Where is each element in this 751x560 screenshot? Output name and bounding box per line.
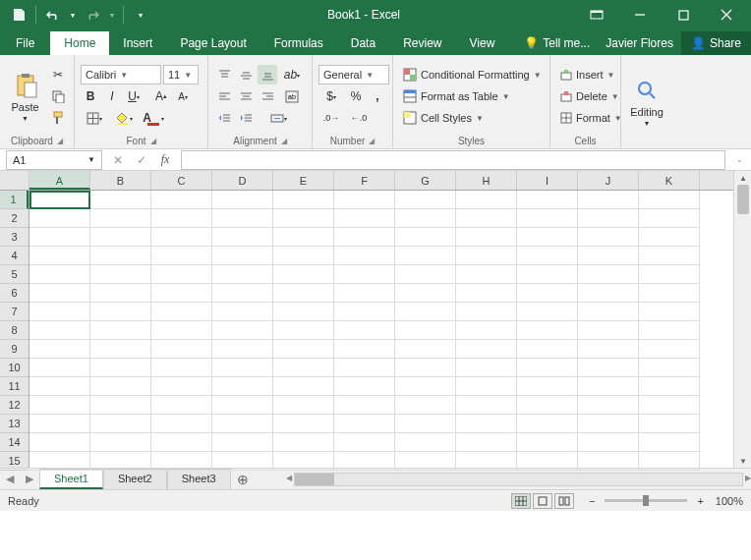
tab-home[interactable]: Home (50, 31, 109, 55)
cell-G2[interactable] (395, 209, 456, 228)
cell-H13[interactable] (456, 415, 517, 433)
cell-I10[interactable] (517, 359, 578, 377)
cell-E9[interactable] (273, 340, 334, 359)
borders-button[interactable]: ▾ (81, 108, 108, 128)
tab-data[interactable]: Data (337, 31, 389, 55)
cell-D6[interactable] (212, 284, 273, 303)
qat-customize-icon[interactable]: ▾ (130, 4, 151, 26)
align-right-button[interactable] (258, 86, 277, 106)
cell-G4[interactable] (395, 247, 456, 265)
cell-F13[interactable] (334, 415, 395, 433)
cell-H14[interactable] (456, 433, 517, 452)
ribbon-options-icon[interactable] (576, 0, 617, 29)
cell-B10[interactable] (90, 359, 151, 377)
cell-I8[interactable] (517, 321, 578, 340)
column-header-I[interactable]: I (517, 171, 578, 190)
align-bottom-button[interactable] (258, 65, 277, 84)
column-header-F[interactable]: F (334, 171, 395, 190)
cell-C12[interactable] (151, 396, 212, 415)
increase-indent-button[interactable] (236, 108, 256, 128)
cell-D14[interactable] (212, 433, 273, 452)
italic-button[interactable]: I (102, 86, 122, 106)
cell-F2[interactable] (334, 209, 395, 228)
cell-D10[interactable] (212, 359, 273, 377)
cell-C4[interactable] (151, 247, 212, 265)
cell-D2[interactable] (212, 209, 273, 228)
cell-C10[interactable] (151, 359, 212, 377)
cell-A5[interactable] (29, 265, 90, 284)
merge-center-button[interactable]: ▾ (258, 108, 299, 128)
cancel-formula-button[interactable]: ✕ (106, 150, 130, 170)
cell-B8[interactable] (90, 321, 151, 340)
share-button[interactable]: 👤Share (681, 31, 751, 55)
cell-I6[interactable] (517, 284, 578, 303)
cell-C9[interactable] (151, 340, 212, 359)
cell-D12[interactable] (212, 396, 273, 415)
cell-A11[interactable] (29, 377, 90, 396)
cell-I11[interactable] (517, 377, 578, 396)
cell-A15[interactable] (29, 452, 90, 471)
cell-F14[interactable] (334, 433, 395, 452)
cell-J7[interactable] (578, 303, 639, 321)
column-header-D[interactable]: D (212, 171, 273, 190)
cell-C7[interactable] (151, 303, 212, 321)
cell-K10[interactable] (639, 359, 700, 377)
tab-formulas[interactable]: Formulas (260, 31, 337, 55)
bold-button[interactable]: B (81, 86, 100, 106)
cell-A10[interactable] (29, 359, 90, 377)
cell-D8[interactable] (212, 321, 273, 340)
alignment-launcher[interactable]: ◢ (281, 137, 287, 145)
cell-G13[interactable] (395, 415, 456, 433)
column-header-E[interactable]: E (273, 171, 334, 190)
row-header-13[interactable]: 13 (0, 415, 29, 433)
cell-J5[interactable] (578, 265, 639, 284)
cell-B2[interactable] (90, 209, 151, 228)
cell-I7[interactable] (517, 303, 578, 321)
cell-A12[interactable] (29, 396, 90, 415)
cell-I1[interactable] (517, 191, 578, 209)
cell-B6[interactable] (90, 284, 151, 303)
accounting-format-button[interactable]: $▾ (318, 86, 344, 106)
name-box[interactable]: A1▼ (6, 150, 102, 170)
scroll-right-icon[interactable]: ▶ (738, 474, 751, 482)
column-header-J[interactable]: J (578, 171, 639, 190)
cell-C15[interactable] (151, 452, 212, 471)
align-left-button[interactable] (214, 86, 234, 106)
cell-F3[interactable] (334, 228, 395, 247)
cell-H7[interactable] (456, 303, 517, 321)
undo-dropdown-icon[interactable]: ▼ (68, 4, 78, 26)
cell-I4[interactable] (517, 247, 578, 265)
cell-C5[interactable] (151, 265, 212, 284)
cell-A2[interactable] (29, 209, 90, 228)
formula-input[interactable] (181, 150, 725, 170)
zoom-in-button[interactable]: + (693, 495, 707, 507)
cell-J12[interactable] (578, 396, 639, 415)
maximize-icon[interactable] (663, 0, 704, 29)
cell-H2[interactable] (456, 209, 517, 228)
cell-J11[interactable] (578, 377, 639, 396)
cell-G3[interactable] (395, 228, 456, 247)
row-header-1[interactable]: 1 (0, 191, 29, 209)
cell-J10[interactable] (578, 359, 639, 377)
cell-F15[interactable] (334, 452, 395, 471)
font-launcher[interactable]: ◢ (150, 137, 156, 145)
scroll-up-icon[interactable]: ▲ (734, 171, 751, 185)
cell-B14[interactable] (90, 433, 151, 452)
scroll-down-icon[interactable]: ▼ (734, 454, 751, 468)
cell-G15[interactable] (395, 452, 456, 471)
row-header-11[interactable]: 11 (0, 377, 29, 396)
cell-F11[interactable] (334, 377, 395, 396)
format-cells-button[interactable]: Format▼ (556, 108, 626, 128)
cell-K9[interactable] (639, 340, 700, 359)
cell-G5[interactable] (395, 265, 456, 284)
tab-view[interactable]: View (456, 31, 509, 55)
comma-button[interactable]: , (368, 86, 387, 106)
delete-cells-button[interactable]: Delete▼ (556, 86, 626, 106)
cell-E13[interactable] (273, 415, 334, 433)
cell-E4[interactable] (273, 247, 334, 265)
cell-E6[interactable] (273, 284, 334, 303)
cell-C3[interactable] (151, 228, 212, 247)
cell-K6[interactable] (639, 284, 700, 303)
cell-E2[interactable] (273, 209, 334, 228)
cell-D1[interactable] (212, 191, 273, 209)
